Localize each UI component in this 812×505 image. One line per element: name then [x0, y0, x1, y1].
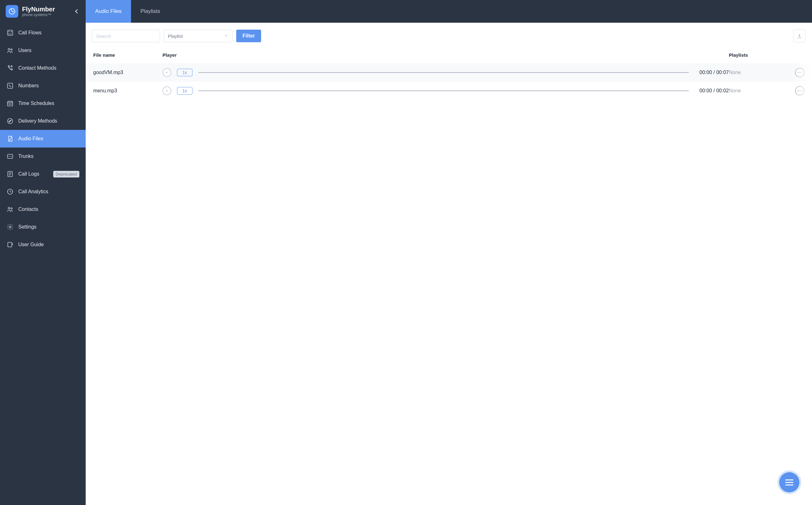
- svg-point-24: [799, 90, 800, 91]
- sidebar-item-label: Call Flows: [18, 30, 79, 36]
- table-header-file: File name: [93, 52, 163, 58]
- svg-rect-9: [8, 102, 13, 106]
- sidebar-item-label: Time Schedules: [18, 101, 79, 106]
- main: Audio Files Playlists Playlist Filter Fi…: [86, 0, 812, 505]
- svg-point-23: [798, 90, 798, 91]
- playlist-select-label: Playlist: [168, 33, 183, 39]
- svg-point-2: [8, 31, 9, 32]
- progress-track[interactable]: [198, 72, 689, 73]
- sidebar-item-label: Delivery Methods: [18, 118, 79, 124]
- user-guide-icon: [6, 241, 14, 248]
- filter-button[interactable]: Filter: [236, 30, 261, 42]
- sidebar-item-label: Call Logs: [18, 171, 49, 177]
- audio-files-icon: [6, 135, 14, 143]
- sidebar-item-label: Audio Files: [18, 136, 79, 142]
- deprecated-badge: Deprecated: [53, 171, 79, 177]
- svg-point-3: [11, 31, 12, 32]
- time-display: 00:00 / 00:02: [700, 88, 729, 94]
- trunks-icon: [6, 153, 14, 160]
- contact-methods-icon: [6, 64, 14, 72]
- svg-point-21: [799, 72, 800, 73]
- svg-point-10: [9, 104, 9, 105]
- sidebar-item-label: Trunks: [18, 154, 79, 159]
- sidebar-item-time-schedules[interactable]: Time Schedules: [0, 95, 86, 112]
- tab-label: Audio Files: [95, 8, 121, 14]
- download-button[interactable]: [793, 30, 806, 42]
- play-button[interactable]: [163, 68, 171, 77]
- table-header-playlists: Playlists: [729, 52, 782, 58]
- search-input[interactable]: [92, 30, 160, 42]
- svg-point-17: [11, 208, 12, 209]
- playlist-select[interactable]: Playlist: [164, 30, 232, 42]
- brand-logo: [6, 5, 18, 18]
- svg-point-20: [798, 72, 798, 73]
- audio-files-table: File name Player Playlists goodVM.mp3 1x…: [86, 49, 812, 100]
- svg-rect-19: [8, 242, 12, 247]
- contacts-icon: [6, 205, 14, 213]
- svg-point-18: [9, 226, 11, 228]
- sidebar-item-delivery-methods[interactable]: Delivery Methods: [0, 112, 86, 130]
- brand-text: FlyNumber phone.systems™: [22, 6, 55, 17]
- svg-point-25: [801, 90, 802, 91]
- gear-icon: [6, 223, 14, 231]
- send-icon: [6, 117, 14, 125]
- sidebar-item-label: Call Analytics: [18, 189, 79, 194]
- sidebar-item-label: Contacts: [18, 206, 79, 212]
- sidebar-item-contact-methods[interactable]: Contact Methods: [0, 59, 86, 77]
- table-header-player: Player: [163, 52, 729, 58]
- speed-button[interactable]: 1x: [177, 87, 193, 95]
- sidebar-item-users[interactable]: Users: [0, 42, 86, 59]
- users-icon: [6, 47, 14, 54]
- fab-menu-button[interactable]: [779, 472, 799, 492]
- toolbar: Playlist Filter: [86, 23, 812, 49]
- progress-track[interactable]: [198, 91, 689, 91]
- speed-button[interactable]: 1x: [177, 69, 193, 76]
- tab-label: Playlists: [141, 8, 160, 14]
- svg-point-7: [11, 65, 12, 67]
- table-head: File name Player Playlists: [87, 49, 811, 63]
- chevron-down-icon: [224, 33, 228, 39]
- more-actions-button[interactable]: [795, 86, 804, 96]
- svg-rect-1: [8, 30, 13, 36]
- sidebar-item-numbers[interactable]: Numbers: [0, 77, 86, 95]
- svg-point-6: [11, 49, 12, 50]
- tab-playlists[interactable]: Playlists: [131, 0, 170, 23]
- sidebar-item-trunks[interactable]: Trunks: [0, 148, 86, 165]
- svg-point-4: [8, 34, 9, 34]
- numbers-icon: [6, 82, 14, 90]
- calendar-icon: [6, 100, 14, 107]
- file-name: goodVM.mp3: [93, 70, 163, 75]
- table-row: menu.mp3 1x 00:00 / 00:02 None: [87, 81, 811, 100]
- filter-button-label: Filter: [243, 33, 255, 38]
- sidebar-item-call-analytics[interactable]: Call Analytics: [0, 183, 86, 200]
- sidebar-item-audio-files[interactable]: Audio Files: [0, 130, 86, 148]
- sidebar-item-label: Numbers: [18, 83, 79, 89]
- sidebar-item-call-logs[interactable]: Call Logs Deprecated: [0, 165, 86, 183]
- sidebar-item-contacts[interactable]: Contacts: [0, 200, 86, 218]
- sidebar-item-call-flows[interactable]: Call Flows: [0, 24, 86, 42]
- call-logs-icon: [6, 170, 14, 178]
- menu-icon: [785, 480, 793, 485]
- sidebar-item-user-guide[interactable]: User Guide: [0, 236, 86, 254]
- play-button[interactable]: [163, 87, 171, 95]
- sidebar: FlyNumber phone.systems™ Call Flows User…: [0, 0, 86, 505]
- sidebar-item-label: User Guide: [18, 242, 79, 247]
- sidebar-collapse-button[interactable]: [72, 7, 81, 16]
- tabs: Audio Files Playlists: [86, 0, 812, 23]
- svg-point-5: [8, 48, 10, 50]
- player-cell: 1x 00:00 / 00:02: [163, 87, 729, 95]
- svg-rect-8: [8, 83, 13, 89]
- table-row: goodVM.mp3 1x 00:00 / 00:07 None: [87, 63, 811, 81]
- brand-subtitle: phone.systems™: [22, 13, 55, 17]
- tab-audio-files[interactable]: Audio Files: [86, 0, 131, 23]
- file-name: menu.mp3: [93, 88, 163, 94]
- more-actions-button[interactable]: [795, 68, 804, 77]
- sidebar-item-label: Users: [18, 48, 79, 53]
- svg-point-22: [801, 72, 802, 73]
- sidebar-nav: Call Flows Users Contact Methods Numbers…: [0, 23, 86, 254]
- player-cell: 1x 00:00 / 00:07: [163, 68, 729, 77]
- sidebar-header: FlyNumber phone.systems™: [0, 0, 86, 23]
- table-header-actions: [782, 52, 804, 58]
- actions-cell: [782, 86, 804, 96]
- sidebar-item-settings[interactable]: Settings: [0, 218, 86, 236]
